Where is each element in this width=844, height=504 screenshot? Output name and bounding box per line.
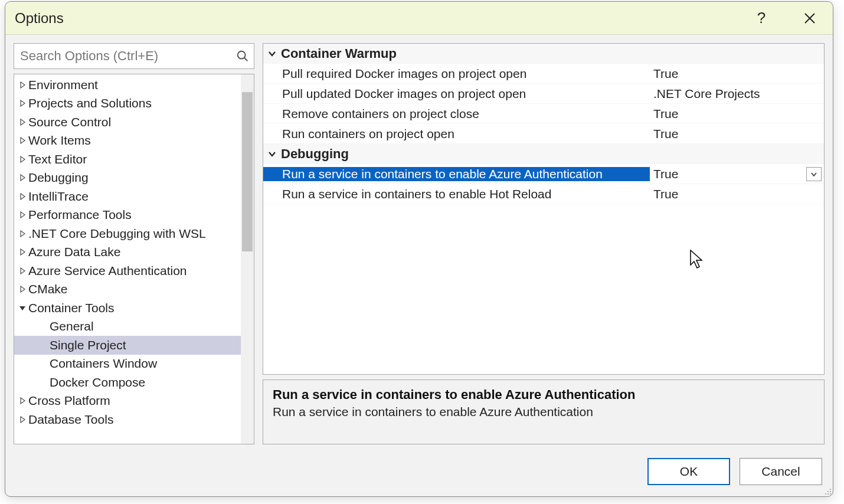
property-value[interactable]: True (650, 187, 824, 201)
close-icon (804, 12, 816, 24)
tree-item[interactable]: Azure Service Authentication (14, 261, 254, 280)
tree-item-label: Single Project (50, 338, 126, 352)
property-label: Run containers on project open (263, 127, 650, 141)
property-value-text: True (653, 167, 678, 181)
search-wrap (14, 43, 254, 69)
tree-item[interactable]: .NET Core Debugging with WSL (14, 224, 254, 243)
tree-item[interactable]: IntelliTrace (14, 187, 254, 206)
dialog-body: EnvironmentProjects and SolutionsSource … (5, 35, 833, 453)
chevron-right-icon[interactable] (18, 266, 27, 276)
dialog-title: Options (15, 10, 748, 27)
chevron-right-icon[interactable] (18, 99, 27, 108)
titlebar: Options ? (5, 2, 833, 35)
chevron-right-icon[interactable] (18, 173, 27, 182)
chevron-right-icon[interactable] (18, 136, 27, 145)
tree-item-label: General (50, 319, 94, 333)
left-pane: EnvironmentProjects and SolutionsSource … (14, 43, 254, 444)
property-category[interactable]: Debugging (263, 144, 824, 164)
tree-item[interactable]: Environment (14, 76, 254, 94)
tree-scroll-thumb[interactable] (242, 92, 253, 251)
tree-item-label: Azure Data Lake (28, 245, 120, 259)
chevron-down-icon (810, 171, 817, 178)
property-row[interactable]: Pull required Docker images on project o… (263, 64, 824, 84)
close-button[interactable] (796, 5, 823, 32)
tree-item[interactable]: Database Tools (14, 410, 254, 429)
tree-item[interactable]: Container Tools (14, 299, 254, 318)
property-label: Run a service in containers to enable Az… (263, 167, 650, 181)
tree-item-label: Projects and Solutions (28, 96, 152, 110)
property-label: Run a service in containers to enable Ho… (263, 187, 650, 201)
chevron-right-icon[interactable] (18, 396, 27, 405)
options-tree[interactable]: EnvironmentProjects and SolutionsSource … (14, 74, 254, 444)
chevron-down-icon[interactable] (18, 303, 27, 313)
tree-scrollbar[interactable] (241, 74, 254, 444)
ok-button[interactable]: OK (647, 458, 730, 485)
chevron-right-icon[interactable] (18, 415, 27, 424)
property-grid[interactable]: Container WarmupPull required Docker ima… (263, 43, 825, 375)
tree-item-label: Cross Platform (28, 394, 110, 408)
tree-item-label: Work Items (28, 133, 91, 148)
resize-grip[interactable] (823, 487, 832, 495)
tree-item[interactable]: Source Control (14, 113, 254, 132)
chevron-right-icon[interactable] (18, 117, 27, 127)
property-row[interactable]: Remove containers on project closeTrue (263, 104, 824, 124)
chevron-right-icon[interactable] (18, 155, 27, 164)
svg-line-3 (244, 58, 248, 61)
property-category-label: Container Warmup (281, 46, 397, 61)
property-row[interactable]: Run containers on project openTrue (263, 124, 824, 144)
property-value-text: True (653, 107, 678, 121)
property-label: Remove containers on project close (263, 107, 650, 121)
tree-item[interactable]: Cross Platform (14, 392, 254, 411)
property-value-text: True (653, 67, 678, 81)
tree-item[interactable]: Containers Window (14, 355, 254, 374)
property-value[interactable]: True (650, 107, 824, 121)
description-panel: Run a service in containers to enable Az… (263, 379, 825, 444)
tree-item[interactable]: Azure Data Lake (14, 243, 254, 262)
chevron-right-icon[interactable] (18, 210, 27, 220)
property-value[interactable]: True (650, 167, 824, 181)
tree-item[interactable]: Docker Compose (14, 373, 254, 392)
description-title: Run a service in containers to enable Az… (273, 387, 814, 402)
property-value[interactable]: True (650, 127, 824, 141)
tree-item[interactable]: Projects and Solutions (14, 94, 254, 113)
property-row[interactable]: Pull updated Docker images on project op… (263, 84, 824, 104)
svg-point-6 (830, 491, 831, 492)
tree-item-label: Environment (28, 78, 98, 92)
search-icon (236, 50, 249, 63)
search-input[interactable] (14, 44, 254, 68)
chevron-right-icon[interactable] (18, 192, 27, 201)
property-label: Pull required Docker images on project o… (263, 67, 650, 81)
tree-item[interactable]: CMake (14, 280, 254, 299)
chevron-right-icon[interactable] (18, 80, 27, 90)
svg-point-8 (827, 493, 829, 495)
tree-item[interactable]: Text Editor (14, 150, 254, 169)
svg-point-2 (238, 51, 246, 59)
tree-item[interactable]: Work Items (14, 132, 254, 150)
tree-item-label: .NET Core Debugging with WSL (28, 227, 206, 241)
property-row[interactable]: Run a service in containers to enable Ho… (263, 184, 824, 204)
chevron-right-icon[interactable] (18, 229, 27, 238)
property-value[interactable]: True (650, 67, 824, 81)
cancel-button[interactable]: Cancel (740, 458, 822, 485)
help-button[interactable]: ? (748, 5, 775, 32)
property-category[interactable]: Container Warmup (263, 44, 824, 64)
dropdown-button[interactable] (806, 167, 822, 181)
property-value-text: True (653, 187, 678, 201)
tree-item[interactable]: Single Project (14, 336, 254, 355)
tree-item-label: Containers Window (50, 356, 157, 371)
property-row[interactable]: Run a service in containers to enable Az… (263, 164, 824, 184)
tree-item[interactable]: Debugging (14, 169, 254, 188)
tree-item-label: Database Tools (28, 413, 113, 427)
tree-item[interactable]: General (14, 318, 254, 336)
chevron-down-icon[interactable] (266, 47, 279, 60)
svg-point-5 (827, 491, 829, 492)
chevron-down-icon[interactable] (266, 148, 279, 161)
tree-item-label: Text Editor (28, 152, 87, 166)
chevron-right-icon[interactable] (18, 247, 27, 257)
tree-item[interactable]: Performance Tools (14, 206, 254, 225)
tree-item-label: Docker Compose (50, 375, 145, 390)
options-dialog: Options ? EnvironmentProjects and Soluti… (5, 1, 833, 497)
property-value[interactable]: .NET Core Projects (650, 87, 824, 101)
help-icon: ? (757, 9, 766, 27)
chevron-right-icon[interactable] (18, 284, 27, 294)
